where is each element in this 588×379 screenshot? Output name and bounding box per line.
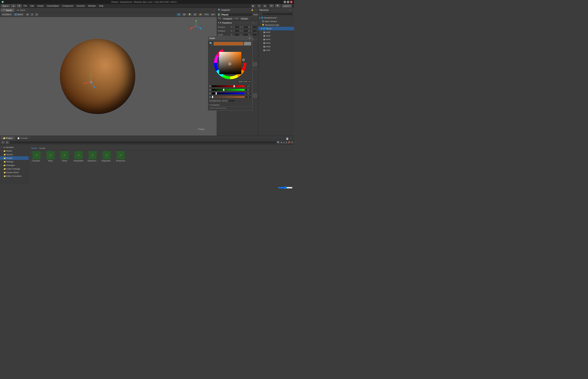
menu-help[interactable]: Help bbox=[98, 4, 105, 8]
tree-settings[interactable]: 📁 Settings bbox=[0, 160, 29, 163]
hierarchy-add-icon[interactable]: + bbox=[289, 9, 290, 11]
asset-noise[interactable]: # Noise bbox=[44, 150, 57, 163]
pos-y-input[interactable] bbox=[242, 26, 248, 29]
menu-window[interactable]: Window bbox=[87, 4, 97, 8]
hierarchy-item-mesh-1[interactable]: ▦ mesh bbox=[258, 30, 294, 34]
fx-btn[interactable]: ✨ bbox=[198, 13, 203, 16]
tab-game[interactable]: 🎮 Game bbox=[14, 8, 28, 12]
hierarchy-item-mesh-6[interactable]: ▦ mesh bbox=[258, 48, 294, 52]
scene-options-btn[interactable]: ⋮ bbox=[212, 10, 216, 12]
services-button[interactable]: ☁ bbox=[11, 4, 16, 8]
hierarchy-item-directional-light[interactable]: 💡 Directional Light bbox=[258, 23, 294, 27]
layer-dropdown[interactable]: Default▾ bbox=[240, 17, 249, 20]
light-btn[interactable]: 💡 bbox=[187, 13, 192, 16]
tab-scene[interactable]: 🎬 Scene bbox=[1, 8, 14, 12]
layers-dropdown[interactable]: Layers ▾ bbox=[282, 4, 292, 8]
bottom-options-icon[interactable]: ⋮ bbox=[290, 137, 292, 140]
swatches-options-icon[interactable]: ⋮ bbox=[249, 104, 251, 106]
menu-file[interactable]: File bbox=[22, 4, 28, 8]
tree-packages[interactable]: ▾ 📁 Packages bbox=[0, 163, 29, 167]
hierarchy-item-planet[interactable]: ▾ 🌐 Planet bbox=[258, 27, 294, 30]
breadcrumb-assets[interactable]: Assets bbox=[31, 147, 37, 149]
tree-scenes[interactable]: 📁 Scenes bbox=[0, 153, 29, 156]
hex-value-input[interactable] bbox=[221, 99, 235, 102]
tree-favorites[interactable]: ▾ ★ Favorites bbox=[0, 145, 29, 149]
asset-terrainface[interactable]: # TerrainFace bbox=[114, 150, 127, 163]
layout-btn[interactable]: ⊡ bbox=[35, 13, 39, 16]
g-slider[interactable] bbox=[212, 89, 245, 91]
grid-btn[interactable]: ⊞ bbox=[26, 13, 30, 16]
scale-y-input[interactable] bbox=[242, 33, 248, 36]
center-dropdown[interactable]: ⊕ Center ▾ bbox=[1, 13, 12, 16]
pos-z-input[interactable] bbox=[251, 26, 257, 29]
object-active-checkbox[interactable]: ✓ bbox=[218, 14, 220, 16]
pos-x-input[interactable] bbox=[233, 26, 239, 29]
warning-icon[interactable]: ⚠ bbox=[283, 141, 285, 144]
swatches-add-label[interactable]: Click to add new preset bbox=[209, 107, 251, 109]
globe-btn[interactable]: 🌐 bbox=[177, 13, 181, 16]
hierarchy-scene[interactable]: ▾ 🌐 SampleScene* bbox=[258, 16, 294, 20]
tab-project[interactable]: 📁 Project bbox=[1, 136, 15, 140]
inspector-options-icon[interactable]: ⋮ bbox=[255, 9, 257, 11]
pin-icon[interactable]: 📌 bbox=[288, 141, 290, 144]
menu-gameobject[interactable]: GameObject bbox=[46, 4, 60, 8]
tree-assets[interactable]: ▾ 📁 Assets bbox=[0, 149, 29, 153]
2d-btn[interactable]: 2D bbox=[182, 13, 187, 16]
color-mode-select[interactable]: RGB 0-255 HSV Hex bbox=[237, 80, 251, 83]
inspector-lock-icon[interactable]: 🔒 bbox=[251, 9, 254, 11]
minimize-btn[interactable]: — bbox=[284, 1, 286, 3]
transform-options-icon[interactable]: ⋮ bbox=[255, 22, 257, 24]
asset-colorsetti[interactable]: # ColorSetti... bbox=[30, 150, 43, 163]
hierarchy-item-mesh-3[interactable]: ▦ mesh bbox=[258, 38, 294, 41]
rot-x-input[interactable] bbox=[233, 30, 239, 32]
settings-button[interactable]: ⚙ bbox=[17, 4, 22, 8]
color-wheel-container[interactable] bbox=[214, 47, 246, 79]
audio-btn[interactable]: 🔊 bbox=[193, 13, 197, 16]
gizmos-btn[interactable]: ⊕ ▾ bbox=[210, 13, 216, 16]
step-button[interactable]: ⏭ bbox=[262, 4, 267, 8]
menu-assets[interactable]: Assets bbox=[36, 4, 45, 8]
tree-custom-nunit[interactable]: 📁 Custom NUnit bbox=[0, 171, 29, 174]
a-slider[interactable] bbox=[212, 96, 245, 98]
tab-console[interactable]: 📋 Console bbox=[15, 136, 30, 140]
color-wheel-svg[interactable] bbox=[214, 47, 246, 79]
info-icon[interactable]: ℹ bbox=[286, 141, 287, 144]
tree-editor-coroutines[interactable]: 📁 Editor Coroutines bbox=[0, 174, 29, 178]
scale-x-input[interactable] bbox=[233, 33, 239, 36]
maximize-btn[interactable]: □ bbox=[287, 1, 289, 3]
add-asset-dropdown[interactable]: ▾ bbox=[5, 141, 9, 144]
asset-search-input[interactable] bbox=[10, 141, 276, 144]
object-name-input[interactable] bbox=[220, 13, 252, 16]
planet-options-icon[interactable]: ⋮ bbox=[255, 38, 257, 41]
b-slider[interactable] bbox=[212, 93, 245, 94]
swatches-expand-icon[interactable]: ▾ bbox=[209, 104, 211, 106]
g-value-input[interactable] bbox=[245, 88, 251, 91]
asset-shapegen[interactable]: # ShapeGen... bbox=[86, 150, 99, 163]
rot-y-input[interactable] bbox=[242, 30, 248, 32]
local-dropdown[interactable]: 🌐 Local ▾ bbox=[13, 13, 24, 16]
sign-in-button[interactable]: Sign in bbox=[1, 4, 10, 8]
save-icon[interactable]: 💾 bbox=[286, 137, 289, 140]
tree-code-coverage[interactable]: 📁 Code Coverage bbox=[0, 167, 29, 171]
transform-help-icon[interactable]: ? bbox=[252, 22, 254, 24]
search-button[interactable]: 🔍 bbox=[275, 4, 281, 8]
hierarchy-item-main-camera[interactable]: 📷 Main Camera bbox=[258, 20, 294, 23]
favorite-icon[interactable]: ★ bbox=[280, 141, 282, 144]
asset-planeteditor[interactable]: # PlanetEditor bbox=[72, 150, 85, 163]
a-value-input[interactable] bbox=[245, 95, 251, 98]
close-btn[interactable]: ✕ bbox=[290, 1, 293, 3]
tree-scripts[interactable]: 📁 Scripts bbox=[0, 156, 29, 160]
menu-services[interactable]: Services bbox=[75, 4, 86, 8]
scene-camera-btn[interactable]: 📷 ▾ bbox=[203, 13, 210, 16]
scale-z-input[interactable] bbox=[251, 33, 257, 36]
menu-edit[interactable]: Edit bbox=[29, 4, 35, 8]
hierarchy-options-icon[interactable]: ⋮ bbox=[291, 9, 293, 11]
asset-shapesetti[interactable]: # ShapeSetti... bbox=[100, 150, 113, 163]
eyedropper-button[interactable]: 🔍 bbox=[209, 42, 213, 46]
hierarchy-item-mesh-2[interactable]: ▦ mesh bbox=[258, 34, 294, 38]
bottom-panel-options[interactable]: 💾 ⋮ bbox=[284, 137, 293, 140]
history-button[interactable]: ⟲ bbox=[269, 4, 274, 8]
b-value-input[interactable] bbox=[245, 92, 251, 95]
menu-component[interactable]: Component bbox=[61, 4, 75, 8]
play-button[interactable]: ▶ bbox=[251, 4, 256, 8]
